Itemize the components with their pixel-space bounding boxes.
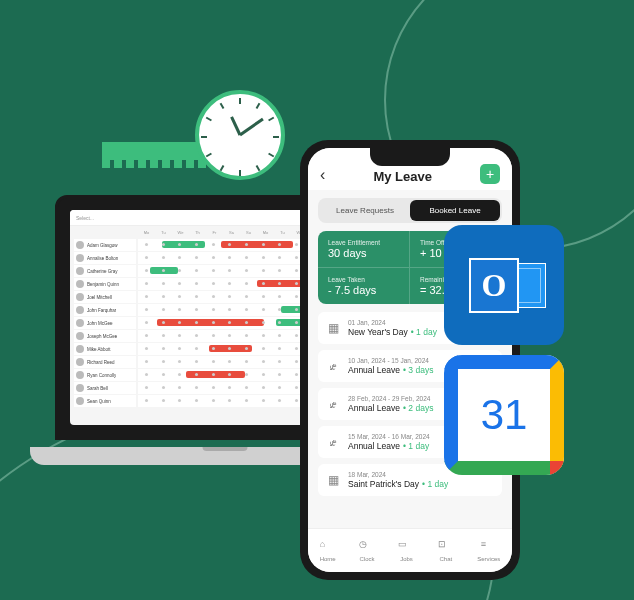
avatar xyxy=(76,397,84,405)
tab-bar: Leave RequestsBooked Leave xyxy=(318,198,502,223)
add-button[interactable]: + xyxy=(480,164,500,184)
avatar xyxy=(76,293,84,301)
leave-bar[interactable] xyxy=(221,241,292,248)
employee-row[interactable]: Joseph McGee xyxy=(74,330,136,342)
nav-clock[interactable]: ◷Clock xyxy=(359,539,375,562)
employee-row[interactable]: Ryan Connolly xyxy=(74,369,136,381)
avatar xyxy=(76,319,84,327)
services-icon: ≡ xyxy=(481,539,497,555)
avatar xyxy=(76,254,84,262)
tab-booked-leave[interactable]: Booked Leave xyxy=(410,200,500,221)
bottom-nav: ⌂Home◷Clock▭Jobs⊡Chat≡Services xyxy=(308,528,512,572)
avatar xyxy=(76,241,84,249)
avatar xyxy=(76,371,84,379)
nav-chat[interactable]: ⊡Chat xyxy=(438,539,454,562)
google-calendar-app-icon[interactable]: 31 xyxy=(444,355,564,475)
tab-leave-requests[interactable]: Leave Requests xyxy=(320,200,410,221)
avatar xyxy=(76,280,84,288)
clock-icon: ◷ xyxy=(359,539,375,555)
employee-row[interactable]: Adam Glasgow xyxy=(74,239,136,251)
back-button[interactable]: ‹ xyxy=(320,166,325,184)
nav-services[interactable]: ≡Services xyxy=(477,539,500,562)
calendar-icon: ▦ xyxy=(326,321,340,335)
nav-jobs[interactable]: ▭Jobs xyxy=(398,539,414,562)
employee-row[interactable]: Richard Reed xyxy=(74,356,136,368)
avatar xyxy=(76,332,84,340)
employee-row[interactable]: Annalise Bolton xyxy=(74,252,136,264)
leave-bar[interactable] xyxy=(162,241,205,248)
palm-tree-icon: ⸙ xyxy=(326,435,340,449)
jobs-icon: ▭ xyxy=(398,539,414,555)
page-title: My Leave xyxy=(373,169,432,184)
employee-row[interactable]: John Farquhar xyxy=(74,304,136,316)
filter-select[interactable]: Select... xyxy=(76,215,94,221)
employee-row[interactable]: Benjamin Quinn xyxy=(74,278,136,290)
avatar xyxy=(76,384,84,392)
palm-tree-icon: ⸙ xyxy=(326,397,340,411)
leave-bar[interactable] xyxy=(157,319,264,326)
employee-row[interactable]: Sean Quinn xyxy=(74,395,136,407)
outlook-app-icon[interactable]: O xyxy=(444,225,564,345)
avatar xyxy=(76,358,84,366)
employee-row[interactable]: John McGee xyxy=(74,317,136,329)
chat-icon: ⊡ xyxy=(438,539,454,555)
employee-row[interactable]: Catherine Gray xyxy=(74,265,136,277)
palm-tree-icon: ⸙ xyxy=(326,359,340,373)
employee-row[interactable]: Mike Abbott xyxy=(74,343,136,355)
employee-row[interactable]: Joel Mitchell xyxy=(74,291,136,303)
calendar-icon: ▦ xyxy=(326,473,340,487)
clock-graphic xyxy=(195,90,285,180)
avatar xyxy=(76,345,84,353)
employee-row[interactable]: Sarah Bell xyxy=(74,382,136,394)
avatar xyxy=(76,306,84,314)
avatar xyxy=(76,267,84,275)
home-icon: ⌂ xyxy=(320,539,336,555)
nav-home[interactable]: ⌂Home xyxy=(320,539,336,562)
